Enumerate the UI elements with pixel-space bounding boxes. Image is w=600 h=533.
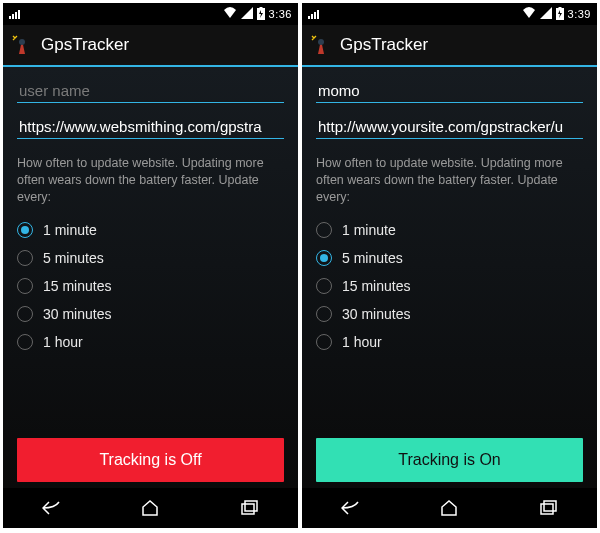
action-bar: GpsTracker [3, 25, 298, 67]
username-input[interactable] [316, 77, 583, 103]
interval-option[interactable]: 15 minutes [316, 272, 583, 300]
interval-option-label: 30 minutes [342, 306, 410, 322]
nav-recents-button[interactable] [534, 494, 562, 522]
signal-icon [241, 7, 253, 21]
interval-help-text: How often to update website. Updating mo… [316, 155, 583, 206]
interval-radio-group: 1 minute5 minutes15 minutes30 minutes1 h… [316, 216, 583, 356]
phone-screen-right: 3:39 GpsTracker How often to update webs… [302, 3, 597, 528]
app-title: GpsTracker [340, 35, 428, 55]
radio-icon [17, 306, 33, 322]
interval-option-label: 5 minutes [342, 250, 403, 266]
battery-charging-icon [556, 7, 564, 22]
interval-option-label: 1 hour [342, 334, 382, 350]
nav-bar [302, 488, 597, 528]
url-input[interactable] [316, 113, 583, 139]
status-left [308, 9, 319, 19]
status-bar: 3:36 [3, 3, 298, 25]
interval-option-label: 1 minute [43, 222, 97, 238]
content-area: How often to update website. Updating mo… [302, 67, 597, 488]
nav-recents-button[interactable] [235, 494, 263, 522]
svg-rect-8 [541, 504, 553, 514]
username-input[interactable] [17, 77, 284, 103]
interval-option-label: 15 minutes [342, 278, 410, 294]
interval-option[interactable]: 5 minutes [316, 244, 583, 272]
app-icon [11, 34, 33, 56]
svg-rect-3 [242, 504, 254, 514]
signal-left-icon [9, 9, 20, 19]
radio-icon [316, 222, 332, 238]
svg-rect-1 [259, 7, 262, 9]
interval-option-label: 1 hour [43, 334, 83, 350]
battery-charging-icon [257, 7, 265, 22]
interval-option-label: 1 minute [342, 222, 396, 238]
nav-back-button[interactable] [337, 494, 365, 522]
status-right: 3:36 [223, 7, 292, 22]
status-right: 3:39 [522, 7, 591, 22]
interval-option[interactable]: 1 minute [316, 216, 583, 244]
interval-help-text: How often to update website. Updating mo… [17, 155, 284, 206]
url-input[interactable] [17, 113, 284, 139]
interval-option-label: 30 minutes [43, 306, 111, 322]
svg-rect-4 [245, 501, 257, 511]
status-clock: 3:39 [568, 8, 591, 20]
radio-icon [316, 278, 332, 294]
radio-icon [17, 250, 33, 266]
svg-rect-9 [544, 501, 556, 511]
nav-bar [3, 488, 298, 528]
nav-home-button[interactable] [136, 494, 164, 522]
action-bar: GpsTracker [302, 25, 597, 67]
wifi-icon [522, 7, 536, 21]
phone-screen-left: 3:36 GpsTracker How often to update webs… [3, 3, 298, 528]
nav-home-button[interactable] [435, 494, 463, 522]
radio-icon [17, 334, 33, 350]
app-icon [310, 34, 332, 56]
wifi-icon [223, 7, 237, 21]
interval-option[interactable]: 1 hour [17, 328, 284, 356]
nav-back-button[interactable] [38, 494, 66, 522]
svg-point-2 [19, 39, 25, 45]
status-clock: 3:36 [269, 8, 292, 20]
signal-left-icon [308, 9, 319, 19]
interval-option[interactable]: 15 minutes [17, 272, 284, 300]
content-area: How often to update website. Updating mo… [3, 67, 298, 488]
app-title: GpsTracker [41, 35, 129, 55]
interval-option[interactable]: 30 minutes [316, 300, 583, 328]
interval-option-label: 5 minutes [43, 250, 104, 266]
signal-icon [540, 7, 552, 21]
radio-icon [316, 306, 332, 322]
radio-icon [17, 222, 33, 238]
interval-option[interactable]: 1 hour [316, 328, 583, 356]
status-left [9, 9, 20, 19]
status-bar: 3:39 [302, 3, 597, 25]
svg-rect-6 [558, 7, 561, 9]
tracking-toggle-button[interactable]: Tracking is Off [17, 438, 284, 482]
interval-option[interactable]: 30 minutes [17, 300, 284, 328]
svg-point-7 [318, 39, 324, 45]
radio-icon [316, 334, 332, 350]
interval-option-label: 15 minutes [43, 278, 111, 294]
tracking-toggle-button[interactable]: Tracking is On [316, 438, 583, 482]
interval-option[interactable]: 5 minutes [17, 244, 284, 272]
radio-icon [17, 278, 33, 294]
interval-option[interactable]: 1 minute [17, 216, 284, 244]
interval-radio-group: 1 minute5 minutes15 minutes30 minutes1 h… [17, 216, 284, 356]
radio-icon [316, 250, 332, 266]
